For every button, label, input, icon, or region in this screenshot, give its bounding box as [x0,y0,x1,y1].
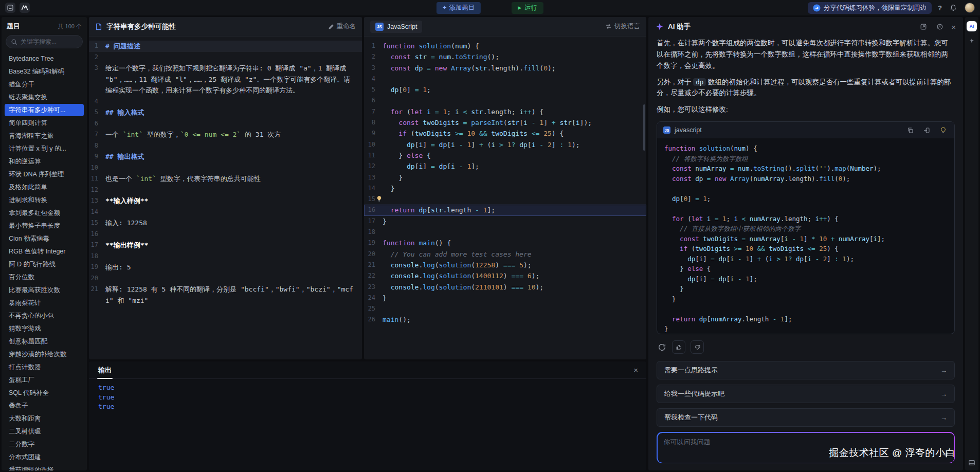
sidebar-item[interactable]: 暴雨梨花针 [5,297,84,309]
ai-suggestion-button[interactable]: 给我一些代码提示吧→ [657,385,955,403]
output-panel: 输出 × truetruetrue [89,361,646,470]
close-icon[interactable]: × [633,366,638,374]
app-logo[interactable] [5,3,15,13]
notifications-icon[interactable] [948,3,958,13]
copy-icon[interactable] [905,125,915,135]
add-problem-button[interactable]: + 添加题目 [437,2,481,14]
sidebar-item[interactable]: RGB 色值转 Integer [5,245,84,258]
search-box[interactable] [6,35,83,48]
rename-button[interactable]: 重命名 [328,22,356,31]
ai-suggestion-button[interactable]: 需要一点思路提示→ [657,361,955,379]
search-input[interactable] [21,38,78,45]
code-line: 22 console.log(solution(1400112) === 6); [364,270,646,281]
help-icon[interactable]: ? [938,4,942,12]
sidebar-item[interactable]: 环状 DNA 序列整理 [5,168,84,180]
code-line-text: } [383,172,646,183]
marscode-logo[interactable] [20,3,30,13]
problem-description[interactable]: 1# 问题描述2 3给定一个数字，我们按照如下规则把它翻译为字符串: 0 翻译成… [89,37,362,359]
md-line-text: 输出: 5 [105,262,362,273]
md-line-text: 一个 `int` 型的数字，`0 <= num <= 2` 的 31 次方 [105,129,362,140]
line-number: 6 [364,95,383,106]
output-content: truetruetrue [89,379,646,416]
assistant-icon[interactable] [968,38,975,45]
sidebar-item[interactable]: 和的逆运算 [5,155,84,168]
send-icon[interactable] [941,451,949,459]
code-line: 12 dp[i] = dp[i - 1]; [364,161,646,172]
thumbs-down-icon[interactable] [691,340,704,354]
open-in-editor-icon[interactable] [918,22,929,32]
ai-suggestion-button[interactable]: 帮我检查一下代码→ [657,408,955,427]
sidebar-item[interactable]: SQL 代码补全 [5,387,84,399]
ai-sidebar-button[interactable]: AI [967,21,977,31]
editors-row: 字符串有多少种可能性 重命名 1# 问题描述2 3给定一个数字，我们按照如下规则… [89,17,646,359]
switch-language-button[interactable]: 切换语言 [605,22,640,31]
sidebar-item[interactable]: 猫鱼分干 [5,78,84,90]
sidebar-item[interactable]: 猜数字游戏 [5,322,84,335]
sidebar-item[interactable]: 二分数字 [5,438,84,450]
output-tab[interactable]: 输出 [97,361,113,379]
sidebar-item[interactable]: 字符串有多少种可... [5,104,84,116]
line-number: 8 [89,140,105,152]
md-line: 15输入: 12258 [89,217,362,229]
rename-label: 重命名 [337,22,356,31]
sidebar-item[interactable]: 二叉树供暖 [5,425,84,438]
ai-code-line: dp[i] = dp[i - 1]; [664,274,947,284]
panel-toggle-icon[interactable] [968,459,975,466]
sidebar-item[interactable]: 简单四则计算 [5,117,84,129]
sidebar-item[interactable]: 番茄编辑的选择 [5,464,84,470]
sidebar-item[interactable]: 进制求和转换 [5,194,84,206]
editor-scrollbar[interactable] [643,104,645,151]
sidebar-item[interactable]: 拿到最多红包金额 [5,207,84,219]
sidebar-item[interactable]: 穿越沙漠的补给次数 [5,348,84,360]
code-line-text: console.log(solution(12258) === 5); [383,260,646,270]
sidebar-item[interactable]: 链表聚集交换 [5,91,84,103]
sidebar-item[interactable]: 蛋糕工厂 [5,374,84,386]
ai-code-line: return dp[numArray.length - 1]; [664,314,947,324]
sidebar-item[interactable]: 分布式团建 [5,451,84,463]
insert-code-icon[interactable] [921,125,932,135]
line-number: 20 [364,249,383,260]
lightbulb-icon[interactable] [938,125,948,135]
sidebar-item[interactable]: 叠盘子 [5,400,84,412]
sidebar-item[interactable]: 打点计数器 [5,361,84,373]
sidebar-item[interactable]: Cion 勒索病毒 [5,232,84,245]
sidebar-item[interactable]: 及格如此简单 [5,181,84,193]
ai-paragraph: 首先，在计算两个数字组成的两位数时，可以避免每次都进行字符串转换和数字解析计算。… [657,38,955,71]
sidebar-item[interactable]: Bytedance Tree [5,52,84,65]
run-button[interactable]: ▶ 运行 [512,2,543,14]
promo-banner[interactable]: 分享代码练习体验，领限量定制周边 [808,2,932,14]
avatar[interactable] [965,3,975,13]
ai-paragraph: 例如，您可以这样修改: [657,104,955,115]
ai-code-line [664,304,947,314]
md-line: 3给定一个数字，我们按照如下规则把它翻译为字符串: 0 翻译成 "a"，1 翻译… [89,63,362,96]
line-number: 12 [89,185,105,196]
ai-input-box [657,432,955,463]
ai-code-line: } [664,284,947,294]
code-line: 5 dp[0] = 1; [364,84,646,95]
thumbs-up-icon[interactable] [672,340,685,354]
topbar-actions: + 添加题目 ▶ 运行 [437,2,543,14]
ai-input-field[interactable] [664,438,936,459]
sidebar-item[interactable]: 最小替换子串长度 [5,220,84,232]
code-editor[interactable]: 1function solution(num) {2 const str = n… [364,37,646,359]
language-tab[interactable]: JS JavaScript [370,21,422,33]
ai-code-line [664,204,947,214]
close-icon[interactable]: × [951,23,956,31]
sidebar-item[interactable]: 阿 D 的飞行路线 [5,258,84,270]
regenerate-icon[interactable] [657,342,667,352]
sidebar-item[interactable]: 大数和距离 [5,412,84,425]
sidebar-item[interactable]: 创意标题匹配 [5,335,84,348]
sidebar-item[interactable]: 计算位置 x 到 y 的... [5,142,84,155]
sidebar-item[interactable]: 百分位数 [5,271,84,283]
sidebar-item[interactable]: 比赛最高获胜次数 [5,284,84,296]
line-number: 26 [364,314,383,325]
sidebar-item[interactable]: 青海湖租车之旅 [5,130,84,142]
quickfix-bulb-icon[interactable] [376,195,383,202]
sidebar-item[interactable]: Base32 编码和解码 [5,65,84,78]
document-icon [95,23,102,30]
line-number: 10 [89,162,105,174]
ai-code-content[interactable]: function solution(num) { // 将数字转换为数字数组 c… [657,138,954,334]
code-line: 18 [364,227,646,238]
sidebar-item[interactable]: 不再贪心的小包 [5,310,84,322]
history-icon[interactable] [935,22,945,32]
